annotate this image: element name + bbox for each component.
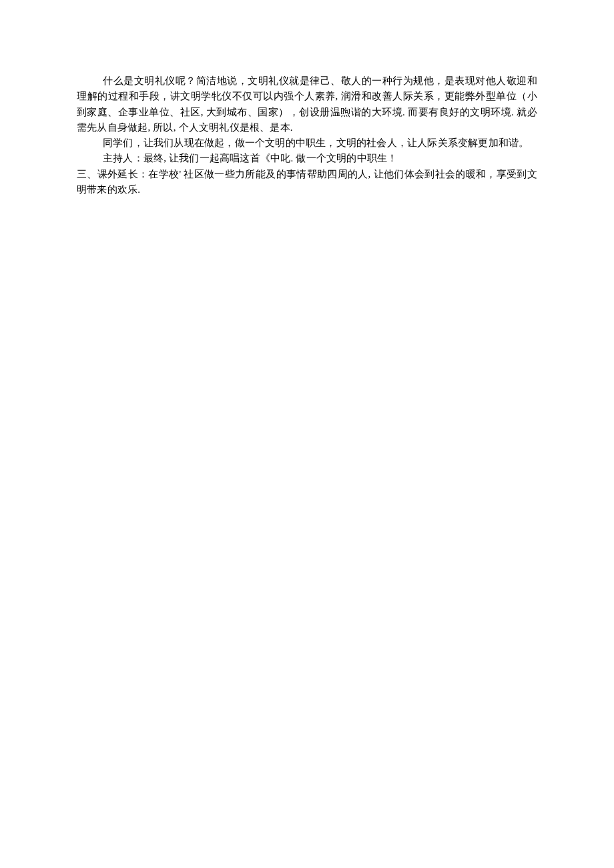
paragraph-3: 主持人：最终, 让我们一起高唱这首《中叱. 做一个文明的中职生！ <box>77 151 537 166</box>
paragraph-2: 同学们，让我们从现在做起，做一个文明的中职生，文明的社会人，让人际关系变解更加和… <box>77 135 537 151</box>
paragraph-4: 三、课外延长：在学校' 社区做一些力所能及的事情帮助四周的人, 让他们体会到社会… <box>77 167 537 198</box>
document-page: 什么是文明礼仪呢？简洁地说，文明礼仪就是律己、敬人的一种行为规他，是表现对他人敬… <box>0 0 614 197</box>
paragraph-1: 什么是文明礼仪呢？简洁地说，文明礼仪就是律己、敬人的一种行为规他，是表现对他人敬… <box>77 73 537 135</box>
